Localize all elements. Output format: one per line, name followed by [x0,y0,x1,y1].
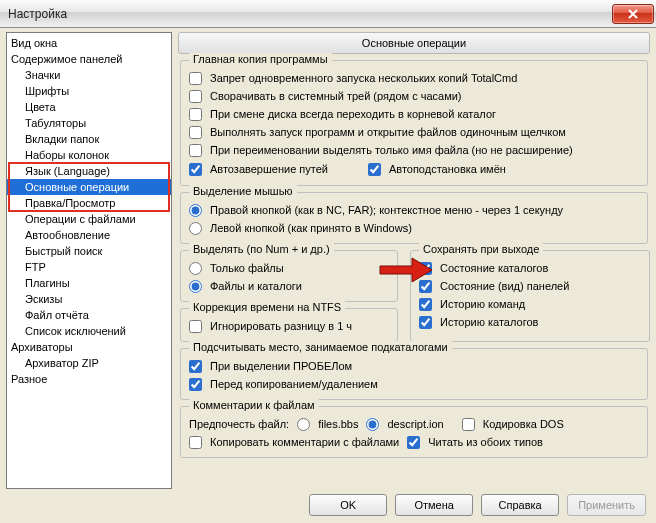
chk-autosubst-names[interactable] [368,163,381,176]
tree-item-7[interactable]: Наборы колонок [7,147,171,163]
chk-copy-comments[interactable] [189,436,202,449]
titlebar: Настройка [0,0,656,28]
panel-header: Основные операции [178,32,650,54]
chk-save-2[interactable] [419,298,432,311]
tree-item-18[interactable]: Список исключений [7,323,171,339]
tree-item-4[interactable]: Цвета [7,99,171,115]
lbl-ntfs-ignore-1h: Игнорировать разницу в 1 ч [210,318,352,334]
group-subdir-legend: Подсчитывать место, занимаемое подкатало… [189,341,452,353]
radio-mouse-left[interactable] [189,222,202,235]
lbl-main-1: Сворачивать в системный трей (рядом с ча… [210,88,462,104]
chk-main-4[interactable] [189,144,202,157]
group-save-on-exit: Сохранять при выходе Состояние каталогов… [410,250,650,342]
tree-item-13[interactable]: Быстрый поиск [7,243,171,259]
radio-select-files-dirs[interactable] [189,280,202,293]
lbl-main-0: Запрет одновременного запуска нескольких… [210,70,517,86]
tree-item-0[interactable]: Вид окна [7,35,171,51]
tree-item-3[interactable]: Шрифты [7,83,171,99]
group-select-legend: Выделять (по Num + и др.) [189,243,334,255]
chk-dos-encoding[interactable] [462,418,475,431]
settings-panel: Основные операции Главная копия программ… [178,32,650,489]
group-save-legend: Сохранять при выходе [419,243,543,255]
lbl-main-3: Выполнять запуск программ и открытие фай… [210,124,566,140]
apply-button[interactable]: Применить [567,494,646,516]
lbl-prefer-file: Предпочесть файл: [189,418,289,430]
tree-item-5[interactable]: Табуляторы [7,115,171,131]
tree-item-10[interactable]: Правка/Просмотр [7,195,171,211]
chk-main-0[interactable] [189,72,202,85]
tree-item-15[interactable]: Плагины [7,275,171,291]
group-main-legend: Главная копия программы [189,53,332,65]
lbl-save-3: Историю каталогов [440,314,538,330]
lbl-select-files-dirs: Файлы и каталоги [210,278,302,294]
chk-main-3[interactable] [189,126,202,139]
tree-item-21[interactable]: Разное [7,371,171,387]
close-icon [627,9,639,19]
radio-select-files[interactable] [189,262,202,275]
dialog-footer: OK Отмена Справка Применить [0,489,656,523]
chk-save-3[interactable] [419,316,432,329]
window-title: Настройка [8,7,67,21]
lbl-mouse-right: Правой кнопкой (как в NC, FAR); контекст… [210,202,563,218]
lbl-dos-encoding: Кодировка DOS [483,416,564,432]
chk-autocomplete-paths[interactable] [189,163,202,176]
radio-files-bbs[interactable] [297,418,310,431]
lbl-copy-comments: Копировать комментарии с файлами [210,434,399,450]
chk-subdir-space-space[interactable] [189,360,202,373]
lbl-subdir-space-copy: Перед копированием/удалением [210,376,378,392]
lbl-mouse-left: Левой кнопкой (как принято в Windows) [210,220,412,236]
tree-item-9[interactable]: Основные операции [7,179,171,195]
group-mouse-legend: Выделение мышью [189,185,297,197]
group-comments-legend: Комментарии к файлам [189,399,319,411]
cancel-button[interactable]: Отмена [395,494,473,516]
lbl-read-both: Читать из обоих типов [428,434,543,450]
lbl-save-2: Историю команд [440,296,525,312]
tree-item-11[interactable]: Операции с файлами [7,211,171,227]
lbl-descript-ion: descript.ion [387,416,443,432]
group-main-copy: Главная копия программы Запрет одновреме… [180,60,648,186]
lbl-save-0: Состояние каталогов [440,260,548,276]
lbl-autocomplete-paths: Автозавершение путей [210,161,328,177]
help-button[interactable]: Справка [481,494,559,516]
radio-mouse-right[interactable] [189,204,202,217]
tree-item-1[interactable]: Содержимое панелей [7,51,171,67]
group-ntfs: Коррекция времени на NTFS Игнорировать р… [180,308,398,342]
group-mouse-selection: Выделение мышью Правой кнопкой (как в NC… [180,192,648,244]
group-subdir-space: Подсчитывать место, занимаемое подкатало… [180,348,648,400]
annotation-arrow-icon [378,256,434,284]
lbl-select-files: Только файлы [210,260,284,276]
lbl-files-bbs: files.bbs [318,416,358,432]
group-select: Выделять (по Num + и др.) Только файлы Ф… [180,250,398,302]
tree-item-19[interactable]: Архиваторы [7,339,171,355]
tree-item-16[interactable]: Эскизы [7,291,171,307]
tree-item-2[interactable]: Значки [7,67,171,83]
category-tree[interactable]: Вид окнаСодержимое панелейЗначкиШрифтыЦв… [6,32,172,489]
tree-item-17[interactable]: Файл отчёта [7,307,171,323]
tree-item-8[interactable]: Язык (Language) [7,163,171,179]
radio-descript-ion[interactable] [366,418,379,431]
tree-item-12[interactable]: Автообновление [7,227,171,243]
chk-main-1[interactable] [189,90,202,103]
chk-main-2[interactable] [189,108,202,121]
lbl-main-4: При переименовании выделять только имя ф… [210,142,573,158]
close-button[interactable] [612,4,654,24]
lbl-main-2: При смене диска всегда переходить в корн… [210,106,496,122]
lbl-autosubst-names: Автоподстановка имён [389,161,506,177]
tree-item-20[interactable]: Архиватор ZIP [7,355,171,371]
ok-button[interactable]: OK [309,494,387,516]
chk-subdir-space-copy[interactable] [189,378,202,391]
chk-read-both[interactable] [407,436,420,449]
group-file-comments: Комментарии к файлам Предпочесть файл: f… [180,406,648,458]
chk-ntfs-ignore-1h[interactable] [189,320,202,333]
tree-item-14[interactable]: FTP [7,259,171,275]
lbl-save-1: Состояние (вид) панелей [440,278,569,294]
lbl-subdir-space-space: При выделении ПРОБЕЛом [210,358,352,374]
tree-item-6[interactable]: Вкладки папок [7,131,171,147]
group-ntfs-legend: Коррекция времени на NTFS [189,301,345,313]
